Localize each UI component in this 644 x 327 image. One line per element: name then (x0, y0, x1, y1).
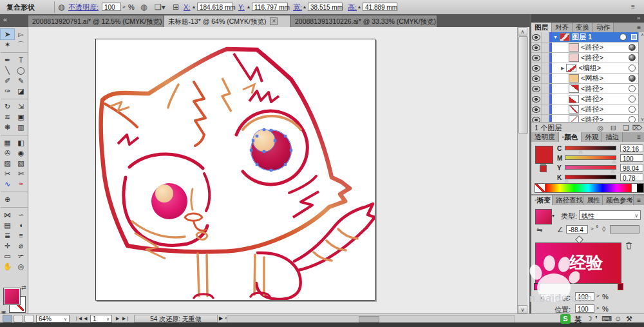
yellow-value[interactable]: 98.04 (620, 164, 643, 172)
magenta-slider[interactable] (565, 155, 616, 160)
curve-tool[interactable]: ∿ (1, 179, 14, 189)
doc-tab-2-active[interactable]: 未标题-13* @ 64% (CMYK/预览)× (164, 15, 291, 27)
line-tool[interactable]: ╲ (1, 65, 14, 75)
tab-pathfinder[interactable]: 路径查找 (553, 195, 583, 205)
tab-gradient[interactable]: ◦渐变 (531, 195, 553, 205)
tab-align[interactable]: 对齐 (552, 23, 573, 32)
tab-stroke[interactable]: 描边 (602, 132, 623, 142)
stepper-icon[interactable]: > (596, 293, 600, 299)
direct-selection-tool[interactable]: ▻ (14, 29, 28, 39)
layer-label[interactable]: <路径> (581, 84, 603, 94)
normal-screen-icon[interactable] (3, 315, 12, 322)
fullscreen-menu-icon[interactable] (14, 315, 23, 322)
last-artboard-icon[interactable]: ▶❘ (122, 315, 129, 322)
width-input[interactable]: 38.515 mm (308, 3, 343, 11)
warp-tool[interactable]: ≋ (1, 112, 14, 122)
punctuation-icon[interactable]: ❜ (595, 315, 598, 323)
dock-collapse-icon[interactable]: » (637, 15, 640, 21)
delete-layer-icon[interactable]: ⌦ (632, 123, 642, 133)
vertical-scroll-thumb[interactable] (518, 36, 528, 134)
vertical-scrollbar[interactable]: ∧ ∨ (517, 27, 527, 313)
scribble-tool[interactable]: ≈ (14, 179, 28, 189)
layer-label[interactable]: <路径> (581, 53, 603, 63)
scale-tool[interactable]: ⇲ (14, 101, 28, 112)
stop-opacity-input[interactable]: 100 (575, 292, 594, 301)
reference-point-icon[interactable]: ⊞ (173, 3, 179, 12)
graphic-style-icon[interactable]: ◍ (140, 3, 147, 12)
layer-row[interactable]: ▼ 图层 1 (531, 32, 638, 43)
artboard[interactable] (95, 39, 375, 301)
eye-icon[interactable] (532, 34, 540, 41)
artboard-number-select[interactable]: 1∨ (90, 315, 112, 322)
target-icon[interactable] (629, 54, 636, 61)
blob-brush-tool[interactable]: ✑ (1, 86, 14, 96)
target-icon[interactable] (629, 106, 636, 113)
magic-wand-tool[interactable]: ✶ (1, 39, 14, 50)
graph-tool[interactable]: ▥ (14, 122, 28, 132)
aspect-ratio-input[interactable] (610, 225, 639, 233)
tab-appearance[interactable]: 外观 (582, 132, 602, 142)
new-layer-icon[interactable]: ❏ (623, 123, 629, 133)
target-icon[interactable] (629, 85, 636, 92)
height-input[interactable]: 41.889 mm (363, 3, 397, 11)
black-slider[interactable] (565, 175, 616, 179)
layer-label[interactable]: <路径> (581, 94, 603, 104)
panel-menu-icon[interactable]: ≡ (634, 195, 644, 205)
tab-layers[interactable]: 图层 (531, 23, 552, 32)
slider-thumb-icon[interactable]: △ (612, 159, 616, 164)
scroll-down-icon[interactable]: ∨ (518, 305, 527, 313)
delete-stop-trash-icon[interactable] (625, 241, 632, 250)
crop-tool[interactable]: ✂ (1, 168, 14, 179)
black-value[interactable]: 0.78 (620, 173, 643, 181)
lock-cell[interactable] (542, 94, 549, 104)
rotate-tool[interactable]: ↻ (1, 101, 14, 112)
lock-cell[interactable] (542, 84, 549, 94)
style-icon[interactable]: ◍ (58, 3, 64, 12)
layer-row[interactable]: <路径> (531, 53, 638, 63)
keyboard-icon[interactable]: ⌨ (601, 315, 612, 323)
yellow-slider[interactable] (565, 165, 616, 170)
type-tool[interactable]: T (14, 55, 28, 65)
history-status[interactable]: 54 次还原: 无重做 (134, 315, 218, 322)
layer-row[interactable]: <路径> (531, 104, 638, 115)
cyan-slider[interactable] (565, 146, 616, 150)
selection-tool[interactable]: ➤ (1, 29, 14, 39)
target-icon[interactable] (629, 44, 636, 51)
measure-tool[interactable]: ⌀ (14, 241, 28, 251)
knife-tool[interactable]: ✃ (14, 251, 28, 261)
spectrum-gradient[interactable] (545, 184, 631, 192)
eye-icon[interactable] (532, 45, 540, 51)
moon-icon[interactable]: ☽ (586, 315, 592, 323)
opacity-input[interactable]: 100 (102, 3, 121, 11)
eye-icon[interactable] (532, 65, 540, 72)
gradient-tool[interactable]: ◧ (14, 137, 28, 148)
lock-cell[interactable] (542, 74, 549, 83)
clipping-mask-icon[interactable]: ◎ (597, 123, 603, 133)
live-paint-selection-tool[interactable]: ▧ (14, 158, 28, 168)
layer-label[interactable]: <路径> (581, 43, 603, 52)
current-color-swatch[interactable] (535, 146, 553, 164)
artboard-tool[interactable]: ⊕ (1, 194, 14, 204)
pen-tool[interactable]: ✒ (1, 55, 14, 65)
target-icon[interactable] (629, 75, 636, 82)
slice-tool[interactable]: ✄ (14, 168, 28, 179)
shell-tool[interactable]: ◖ (14, 220, 28, 230)
tab-transparency[interactable]: 透明度 (531, 132, 559, 142)
ime-language-toggle[interactable]: 英 (574, 315, 582, 324)
wrench-icon[interactable]: ⚒ (626, 315, 632, 323)
layer-row[interactable]: <路径> (531, 84, 638, 94)
frame-tool[interactable]: ▭ (1, 251, 14, 261)
document-canvas[interactable] (28, 27, 517, 313)
eye-icon[interactable] (532, 86, 540, 92)
zoom-level-select[interactable]: 64%∨ (36, 315, 70, 322)
eye-icon[interactable] (532, 75, 540, 82)
lock-cell[interactable] (542, 32, 549, 42)
measure-eyedropper-tool[interactable]: ✛ (1, 241, 14, 251)
paintbrush-tool[interactable]: ✐ (1, 75, 14, 86)
height-label[interactable]: 高: (348, 3, 357, 12)
target-icon[interactable] (629, 95, 636, 103)
eye-icon[interactable] (532, 96, 540, 103)
wrinkle-tool[interactable]: ≣ (1, 230, 14, 241)
blend-tool[interactable]: ◉ (14, 148, 28, 158)
panel-menu-icon[interactable]: ≡ (634, 23, 644, 32)
